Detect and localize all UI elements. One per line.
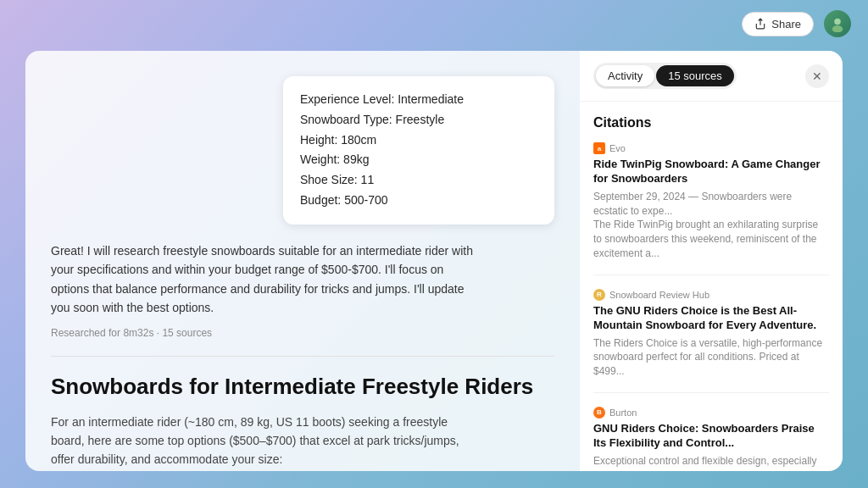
burton-icon: B (593, 407, 605, 419)
citation-excerpt-2: The Riders Choice is a versatile, high-p… (593, 336, 829, 379)
main-title: Snowboards for Intermediate Freestyle Ri… (51, 374, 554, 400)
budget: Budget: 500-700 (300, 191, 537, 211)
experience-level: Experience Level: Intermediate (300, 90, 537, 110)
avatar-image (829, 15, 846, 32)
close-button[interactable]: ✕ (805, 64, 829, 88)
section-divider (51, 356, 554, 357)
evo-icon: a (593, 142, 605, 154)
share-button[interactable]: Share (742, 12, 814, 36)
svg-point-0 (834, 19, 841, 25)
citation-excerpt-1: September 29, 2024 — Snowboarders were e… (593, 190, 829, 219)
citation-excerpt-3: Exceptional control and flexible design,… (593, 454, 829, 471)
review-hub-icon: R (593, 289, 605, 301)
citation-item-review-hub: R Snowboard Review Hub The GNU Riders Ch… (593, 289, 829, 393)
shoe-size: Shoe Size: 11 (300, 170, 537, 191)
tab-group: Activity 15 sources (593, 63, 737, 89)
height: Height: 180cm (300, 130, 537, 151)
burton-source-name: Burton (609, 408, 637, 418)
share-icon (754, 18, 766, 30)
source-label-evo: a Evo (593, 142, 829, 154)
evo-source-name: Evo (609, 143, 626, 153)
svg-point-1 (832, 25, 843, 32)
header-bar: Share (0, 0, 868, 47)
citations-title: Citations (593, 115, 829, 130)
source-label-burton: B Burton (593, 407, 829, 419)
tab-sources[interactable]: 15 sources (656, 65, 734, 86)
main-container: Experience Level: Intermediate Snowboard… (25, 51, 843, 471)
right-content: Citations a Evo Ride TwinPig Snowboard: … (580, 102, 843, 471)
description-text: Great! I will research freestyle snowboa… (51, 241, 475, 318)
body-text: For an intermediate rider (~180 cm, 89 k… (51, 413, 475, 469)
research-note: Researched for 8m32s · 15 sources (51, 327, 554, 339)
snowboard-type: Snowboard Type: Freestyle (300, 110, 537, 130)
tab-activity[interactable]: Activity (596, 65, 654, 86)
right-header: Activity 15 sources ✕ (580, 51, 843, 102)
citation-title-3[interactable]: GNU Riders Choice: Snowboarders Praise I… (593, 422, 829, 451)
review-source-name: Snowboard Review Hub (609, 290, 709, 300)
citation-title-1[interactable]: Ride TwinPig Snowboard: A Game Changer f… (593, 158, 829, 186)
right-panel: Activity 15 sources ✕ Citations a Evo Ri… (580, 51, 843, 471)
avatar (824, 10, 851, 37)
weight: Weight: 89kg (300, 150, 537, 170)
citation-subexcerpt-1: The Ride TwinPig brought an exhilarating… (593, 218, 829, 260)
share-label: Share (771, 18, 801, 30)
source-label-review: R Snowboard Review Hub (593, 289, 829, 301)
citation-item-burton: B Burton GNU Riders Choice: Snowboarders… (593, 407, 829, 471)
citation-item-evo: a Evo Ride TwinPig Snowboard: A Game Cha… (593, 142, 829, 275)
info-card: Experience Level: Intermediate Snowboard… (283, 76, 554, 225)
left-panel: Experience Level: Intermediate Snowboard… (25, 51, 580, 471)
citation-title-2[interactable]: The GNU Riders Choice is the Best All-Mo… (593, 304, 829, 333)
